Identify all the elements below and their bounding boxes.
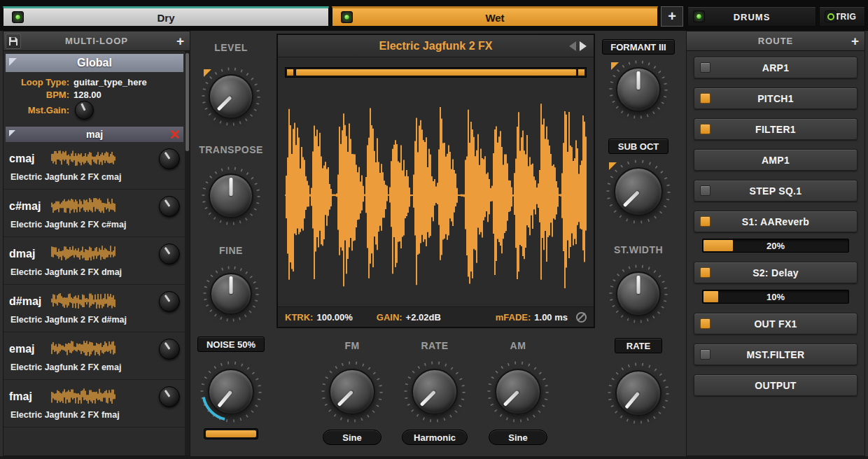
loop-item[interactable]: dmaj Electric Jagfunk 2 FX dmaj bbox=[4, 237, 190, 285]
collapse-triangle-icon[interactable] bbox=[9, 58, 17, 66]
route-checkbox[interactable] bbox=[700, 216, 710, 227]
mfade-value[interactable]: 1.00 ms bbox=[534, 312, 568, 323]
scrollbar-thumb[interactable] bbox=[186, 53, 189, 151]
route-checkbox[interactable] bbox=[700, 62, 710, 73]
sub-oct-box[interactable]: SUB OCT bbox=[608, 139, 668, 154]
rate-right-knob[interactable] bbox=[608, 362, 669, 424]
formant-knob[interactable] bbox=[609, 60, 668, 119]
route-item[interactable]: AMP1 bbox=[694, 149, 858, 171]
rate-box[interactable]: RATE bbox=[615, 338, 662, 353]
level-knob[interactable] bbox=[202, 67, 260, 126]
route-add-button[interactable]: + bbox=[851, 34, 859, 49]
led-housing bbox=[693, 10, 705, 22]
route-checkbox[interactable] bbox=[700, 124, 710, 134]
noise-knob[interactable] bbox=[200, 361, 262, 423]
loop-item-knob[interactable] bbox=[159, 243, 180, 264]
knob-pointer bbox=[164, 390, 170, 397]
fine-knob[interactable] bbox=[203, 266, 259, 322]
route-item[interactable]: S1: AAReverb bbox=[694, 211, 858, 232]
route-item[interactable]: S2: Delay bbox=[694, 262, 858, 283]
route-item[interactable]: MST.FILTER bbox=[694, 344, 858, 365]
route-checkbox[interactable] bbox=[700, 349, 710, 360]
route-item[interactable]: OUTPUT bbox=[694, 374, 858, 396]
loop-region-fill[interactable] bbox=[296, 69, 576, 76]
multiloop-list: Global Loop Type: guitar_type_here BPM: … bbox=[4, 51, 190, 456]
am-knob[interactable] bbox=[487, 361, 549, 423]
loop-item-knob[interactable] bbox=[159, 148, 180, 169]
noise-slider[interactable] bbox=[204, 428, 258, 439]
loop-item-knob[interactable] bbox=[159, 339, 180, 360]
knob-pointer bbox=[637, 276, 640, 294]
loop-end-handle[interactable] bbox=[578, 69, 584, 76]
tab-drums[interactable]: DRUMS bbox=[687, 6, 816, 27]
loop-item[interactable]: c#maj Electric Jagfunk 2 FX c#maj bbox=[4, 190, 190, 237]
route-item-label: OUT FX1 bbox=[694, 318, 857, 330]
loop-item-knob[interactable] bbox=[159, 196, 180, 217]
group-header-maj[interactable]: maj bbox=[6, 127, 183, 142]
next-sample-icon[interactable] bbox=[580, 41, 587, 51]
ktrk-value[interactable]: 100.00% bbox=[316, 312, 352, 323]
loop-start-handle[interactable] bbox=[287, 69, 293, 76]
loop-item[interactable]: cmaj Electric Jagfunk 2 FX cmaj bbox=[4, 142, 190, 190]
loop-item[interactable]: emaj Electric Jagfunk 2 FX emaj bbox=[4, 332, 190, 380]
fm-waveform-select[interactable]: Sine bbox=[323, 430, 382, 445]
route-item[interactable]: OUT FX1 bbox=[694, 313, 858, 334]
rate-mode-select[interactable]: Harmonic bbox=[402, 430, 468, 445]
bpm-value[interactable]: 128.00 bbox=[74, 90, 102, 100]
route-item[interactable]: STEP SQ.1 bbox=[694, 180, 858, 202]
power-led[interactable] bbox=[696, 13, 702, 20]
loop-item-subtitle: Electric Jagfunk 2 FX dmaj bbox=[9, 267, 180, 277]
fm-label: FM bbox=[321, 340, 384, 351]
loop-item-knob[interactable] bbox=[159, 291, 180, 312]
level-label: LEVEL bbox=[200, 42, 262, 53]
stereo-width-label: ST.WIDTH bbox=[607, 244, 670, 255]
loop-waveform-thumbnail bbox=[51, 340, 115, 358]
sub-oct-knob[interactable] bbox=[606, 160, 671, 224]
power-led[interactable] bbox=[15, 14, 21, 20]
multiloop-scrollbar[interactable] bbox=[185, 51, 190, 456]
tab-dry[interactable]: Dry bbox=[3, 6, 329, 27]
power-led[interactable] bbox=[344, 14, 350, 20]
route-send-slider[interactable]: 10% bbox=[702, 290, 849, 304]
loop-region-bar[interactable] bbox=[285, 67, 587, 78]
loop-item-knob[interactable] bbox=[159, 386, 180, 407]
loop-item[interactable]: fmaj Electric Jagfunk 2 FX fmaj bbox=[4, 380, 190, 428]
loop-type-value[interactable]: guitar_type_here bbox=[74, 77, 147, 87]
trig-led[interactable] bbox=[827, 13, 834, 20]
trig-button[interactable]: TRIG bbox=[819, 6, 865, 27]
add-tab-button[interactable]: + bbox=[661, 6, 683, 27]
route-item[interactable]: FILTER1 bbox=[694, 118, 858, 140]
master-gain-knob[interactable] bbox=[75, 101, 94, 120]
route-send-value: 20% bbox=[703, 239, 848, 252]
multiloop-add-button[interactable]: + bbox=[176, 34, 184, 49]
stereo-width-knob[interactable] bbox=[609, 264, 668, 323]
mfade-field: mFADE: 1.00 ms bbox=[496, 312, 568, 323]
fm-knob[interactable] bbox=[321, 361, 383, 423]
bypass-icon[interactable] bbox=[576, 312, 587, 323]
save-button[interactable] bbox=[6, 34, 21, 49]
tab-wet[interactable]: Wet bbox=[332, 6, 658, 27]
loop-item[interactable]: d#maj Electric Jagfunk 2 FX d#maj bbox=[4, 285, 190, 332]
rate-knob[interactable] bbox=[404, 361, 465, 423]
bpm-label: BPM: bbox=[4, 90, 69, 100]
route-item[interactable]: ARP1 bbox=[694, 57, 858, 78]
waveform-display[interactable] bbox=[285, 84, 587, 306]
transpose-knob[interactable] bbox=[202, 167, 260, 225]
route-checkbox[interactable] bbox=[700, 267, 710, 278]
delete-group-button[interactable] bbox=[170, 129, 180, 139]
loop-item-name: emaj bbox=[9, 343, 51, 355]
route-checkbox[interactable] bbox=[700, 318, 710, 329]
loop-item-subtitle: Electric Jagfunk 2 FX cmaj bbox=[9, 172, 180, 182]
knob-body bbox=[209, 174, 253, 218]
am-waveform-select[interactable]: Sine bbox=[489, 430, 547, 445]
global-section-header[interactable]: Global bbox=[6, 54, 183, 72]
route-send-slider[interactable]: 20% bbox=[702, 239, 849, 253]
formant-mode-box[interactable]: FORMANT III bbox=[602, 39, 675, 55]
collapse-triangle-icon[interactable] bbox=[9, 130, 15, 136]
gain-value[interactable]: +2.02dB bbox=[406, 312, 441, 323]
noise-value-box[interactable]: NOISE 50% bbox=[197, 337, 265, 352]
route-checkbox[interactable] bbox=[700, 185, 710, 196]
prev-sample-icon[interactable] bbox=[569, 41, 576, 51]
route-checkbox[interactable] bbox=[700, 93, 710, 104]
route-item[interactable]: PITCH1 bbox=[694, 87, 858, 109]
